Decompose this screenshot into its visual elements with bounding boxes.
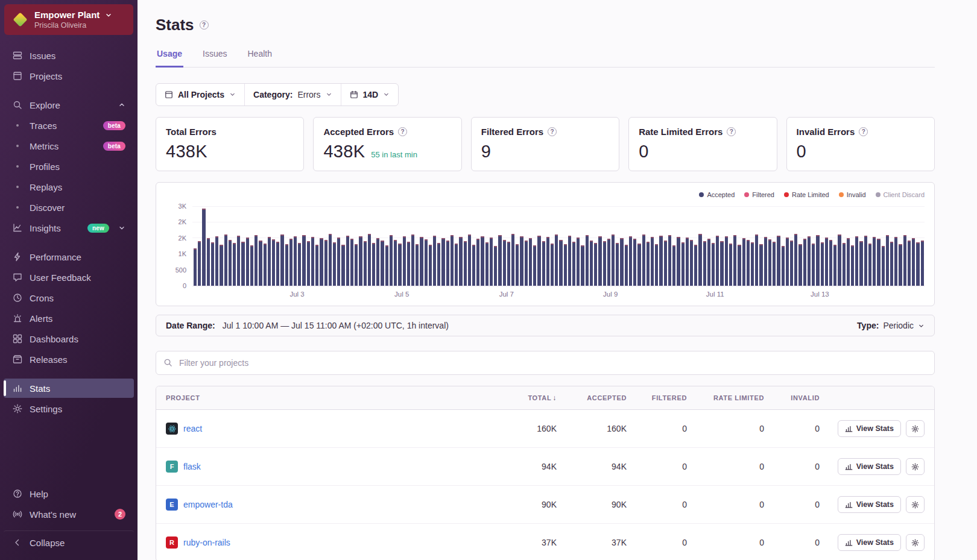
sidebar-item-help[interactable]: Help: [4, 484, 134, 503]
project-search-input[interactable]: [156, 351, 935, 375]
sidebar-item-settings[interactable]: Settings: [4, 399, 134, 418]
chart-bar: [607, 239, 610, 286]
date-range-bar: Date Range: Jul 1 10:00 AM — Jul 15 11:0…: [156, 315, 935, 336]
legend-item-accepted[interactable]: Accepted: [699, 191, 735, 198]
column-header-filtered[interactable]: Filtered: [634, 387, 694, 409]
sidebar-item-performance[interactable]: Performance: [4, 247, 134, 266]
chart-bar: [833, 245, 836, 286]
sidebar-item-whats-new[interactable]: What's new 2: [4, 505, 134, 524]
project-link[interactable]: react: [183, 424, 202, 433]
view-stats-button[interactable]: View Stats: [838, 420, 901, 437]
help-icon[interactable]: ?: [398, 127, 407, 136]
tab-issues[interactable]: Issues: [201, 49, 228, 68]
project-settings-button[interactable]: [906, 420, 925, 437]
project-settings-button[interactable]: [906, 458, 925, 475]
chart-bar: [816, 235, 819, 286]
type-dropdown[interactable]: Type: Periodic: [857, 321, 925, 330]
sidebar-footer: Help What's new 2 Collapse: [0, 483, 138, 553]
category-filter-dropdown[interactable]: Category: Errors: [244, 84, 340, 105]
chart-bar: [364, 241, 367, 286]
sidebar-item-alerts[interactable]: Alerts: [4, 309, 134, 328]
chevron-down-icon: [118, 224, 125, 231]
sidebar-item-discover[interactable]: Discover: [4, 198, 134, 217]
platform-icon-flask: F: [166, 461, 178, 473]
date-range-dropdown[interactable]: 14D: [341, 84, 399, 105]
sidebar-item-releases[interactable]: Releases: [4, 350, 134, 369]
tab-health[interactable]: Health: [247, 49, 273, 68]
chart-bar: [698, 234, 701, 286]
project-settings-button[interactable]: [906, 496, 925, 513]
project-link[interactable]: empower-tda: [183, 500, 233, 509]
chart-legend: Accepted Filtered Rate Limited Invalid C…: [166, 191, 925, 198]
sidebar-item-projects[interactable]: Projects: [4, 66, 134, 86]
chart-bar: [441, 238, 444, 286]
column-header-project[interactable]: Project: [156, 387, 501, 409]
chart-bar: [890, 242, 893, 286]
chart-bar: [215, 236, 218, 286]
sidebar-collapse-button[interactable]: Collapse: [4, 530, 134, 552]
chevron-down-icon: [229, 90, 236, 99]
chart-bar: [825, 238, 828, 286]
sidebar-item-metrics[interactable]: Metrics beta: [4, 136, 134, 156]
chart-bar: [241, 242, 244, 286]
help-icon[interactable]: ?: [548, 127, 557, 136]
column-header-total[interactable]: Total↓: [501, 386, 564, 409]
chart-bar: [425, 239, 428, 286]
y-tick-label: 500: [175, 266, 186, 274]
cell-total: 160K: [501, 414, 564, 444]
help-icon[interactable]: ?: [727, 127, 736, 136]
sidebar-item-dashboards[interactable]: Dashboards: [4, 329, 134, 348]
cell-invalid: 0: [771, 451, 827, 482]
chart-bar: [390, 235, 393, 286]
legend-item-filtered[interactable]: Filtered: [744, 191, 774, 198]
cell-total: 90K: [501, 489, 564, 520]
project-settings-button[interactable]: [906, 534, 925, 551]
chart-bar: [912, 238, 915, 286]
sidebar-section-explore[interactable]: Explore: [4, 95, 134, 115]
sidebar-item-stats[interactable]: Stats: [4, 379, 134, 398]
category-label: Category:: [253, 90, 292, 99]
project-link[interactable]: flask: [183, 462, 201, 471]
help-icon[interactable]: ?: [859, 127, 868, 136]
stat-card-total-errors: Total Errors 438K: [156, 117, 304, 171]
chart-bar: [403, 236, 406, 286]
sidebar-item-traces[interactable]: Traces beta: [4, 116, 134, 135]
chart-bar: [233, 243, 236, 286]
chart-bar: [725, 236, 728, 286]
column-header-rate-limited[interactable]: Rate Limited: [694, 387, 771, 409]
bar-chart-icon: [845, 425, 853, 433]
legend-item-invalid[interactable]: Invalid: [839, 191, 866, 198]
sidebar-item-replays[interactable]: Replays: [4, 177, 134, 197]
bullet-icon: [12, 181, 23, 192]
sidebar-item-crons[interactable]: Crons: [4, 288, 134, 307]
project-icon: [165, 90, 173, 99]
view-stats-button[interactable]: View Stats: [838, 458, 901, 475]
chart-bar: [633, 239, 636, 286]
legend-item-client-discard[interactable]: Client Discard: [876, 191, 925, 198]
page-help-icon[interactable]: ?: [200, 20, 209, 30]
sidebar-item-profiles[interactable]: Profiles: [4, 157, 134, 176]
sidebar-item-user-feedback[interactable]: User Feedback: [4, 268, 134, 287]
view-stats-button[interactable]: View Stats: [838, 534, 901, 551]
chart-bar: [264, 244, 267, 286]
sidebar-item-issues[interactable]: Issues: [4, 46, 134, 65]
legend-item-rate-limited[interactable]: Rate Limited: [784, 191, 829, 198]
line-chart-icon: [12, 222, 23, 233]
column-header-invalid[interactable]: Invalid: [771, 387, 827, 409]
chart-bar: [546, 237, 549, 286]
chart-bar: [625, 245, 628, 286]
project-link[interactable]: ruby-on-rails: [183, 538, 230, 547]
sidebar-item-insights[interactable]: Insights new: [4, 218, 134, 238]
view-stats-button[interactable]: View Stats: [838, 496, 901, 513]
chart-bar: [272, 239, 275, 286]
chart-plot-area: [192, 207, 925, 286]
project-filter-dropdown[interactable]: All Projects: [156, 84, 244, 105]
chevron-left-icon: [12, 537, 23, 548]
column-header-accepted[interactable]: Accepted: [564, 387, 634, 409]
search-icon: [163, 358, 172, 367]
chart-bar: [664, 241, 667, 286]
cell-filtered: 0: [634, 489, 694, 520]
tab-usage[interactable]: Usage: [156, 49, 183, 68]
help-icon: [12, 488, 23, 499]
org-switcher[interactable]: Empower Plant Priscila Oliveira: [4, 4, 133, 35]
